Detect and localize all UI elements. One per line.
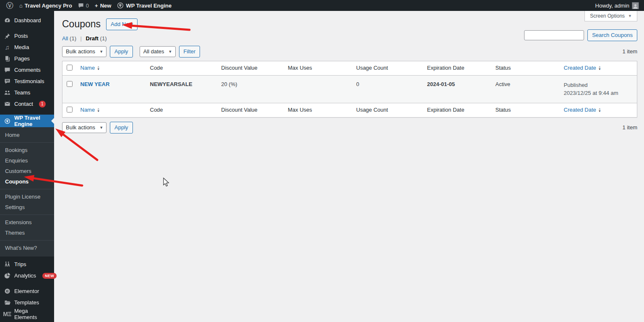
select-all-checkbox[interactable] xyxy=(67,107,73,113)
sidebar-item-comments[interactable]: Comments xyxy=(0,64,54,76)
sort-arrows-icon: ▲▼ xyxy=(97,65,100,71)
site-name: Travel Agency Pro xyxy=(25,3,72,9)
submenu-separator xyxy=(0,215,54,215)
submenu-item-enquiries[interactable]: Enquiries xyxy=(0,155,54,166)
table-footer-row: Name▲▼ Code Discount Value Max Uses Usag… xyxy=(62,103,637,117)
screen-options-label: Screen Options xyxy=(590,13,625,19)
pie-chart-icon xyxy=(4,272,10,279)
sidebar-item-posts[interactable]: Posts xyxy=(0,30,54,42)
submenu-item-extensions[interactable]: Extensions xyxy=(0,217,54,228)
sidebar-item-label: Comments xyxy=(14,67,41,73)
published-datetime: 2023/12/25 at 9:44 am xyxy=(564,89,633,97)
folder-icon xyxy=(4,299,10,306)
sidebar-item-media[interactable]: ♫ Media xyxy=(0,42,54,53)
site-name-menu[interactable]: ⌂ Travel Agency Pro xyxy=(16,0,75,11)
submenu-separator xyxy=(0,142,54,143)
column-header-usage-count: Usage Count xyxy=(352,103,423,117)
view-draft-link[interactable]: Draft xyxy=(86,35,99,42)
submenu-separator xyxy=(0,189,54,189)
coupons-table: Name▲▼ Code Discount Value Max Uses Usag… xyxy=(62,61,637,118)
apply-button[interactable]: Apply xyxy=(110,46,133,58)
filter-button[interactable]: Filter xyxy=(179,46,200,58)
submenu-item-coupons[interactable]: Coupons xyxy=(0,176,54,187)
sidebar-item-testimonials[interactable]: Testimonials xyxy=(0,76,54,87)
column-header-created-date[interactable]: Created Date xyxy=(564,107,596,113)
sidebar-item-mega-elements[interactable]: MΞ Mega Elements xyxy=(0,308,54,319)
sidebar-item-label: Teams xyxy=(14,89,30,96)
column-header-name[interactable]: Name xyxy=(80,65,95,71)
column-header-status: Status xyxy=(491,61,560,75)
sort-arrows-icon: ▲▼ xyxy=(598,65,601,71)
tablenav-top: Bulk actions ▼ Apply All dates ▼ Filter … xyxy=(62,45,637,58)
view-draft-count: (1) xyxy=(100,35,107,42)
search-coupons-button[interactable]: Search Coupons xyxy=(587,29,637,41)
page-title: Coupons xyxy=(62,18,101,31)
person-icon xyxy=(633,3,638,9)
avatar[interactable] xyxy=(632,2,639,9)
bulk-actions-select-bottom[interactable]: Bulk actions ▼ xyxy=(62,122,106,133)
screen-options-tab[interactable]: Screen Options ▼ xyxy=(584,11,637,21)
sidebar-item-contact[interactable]: Contact 1 xyxy=(0,98,54,110)
coupon-name-link[interactable]: NEW YEAR xyxy=(80,81,110,87)
column-header-created-date[interactable]: Created Date xyxy=(564,65,596,71)
chevron-down-icon: ▼ xyxy=(628,14,632,18)
wpte-adminbar-menu[interactable]: WP Travel Engine xyxy=(114,0,174,11)
wp-logo-menu[interactable]: Ⓥ xyxy=(3,0,16,11)
bulk-actions-select[interactable]: Bulk actions ▼ xyxy=(62,46,106,57)
envelope-icon xyxy=(4,101,10,107)
home-icon: ⌂ xyxy=(19,3,23,9)
view-all-link[interactable]: All xyxy=(62,35,68,42)
coupon-usage-count: 0 xyxy=(352,75,423,103)
view-divider: | xyxy=(80,35,82,42)
submenu-item-whats-new[interactable]: What's New? xyxy=(0,243,54,253)
table-row: NEW YEAR NEWYEARSALE 20 (%) 0 2024-01-05… xyxy=(62,75,637,103)
column-header-max-uses: Max Uses xyxy=(284,61,352,75)
submenu-item-bookings[interactable]: Bookings xyxy=(0,145,54,155)
submenu-item-plugin-license[interactable]: Plugin License xyxy=(0,191,54,202)
wpte-adminbar-label: WP Travel Engine xyxy=(126,3,171,9)
column-header-expiration-date: Expiration Date xyxy=(423,61,491,75)
apply-button-bottom[interactable]: Apply xyxy=(110,122,133,134)
bulk-actions-label: Bulk actions xyxy=(66,48,95,55)
sidebar-item-label: WP Travel Engine xyxy=(14,115,50,127)
howdy-admin[interactable]: Howdy, admin xyxy=(595,3,629,9)
contact-count-badge: 1 xyxy=(39,101,46,107)
coupon-max-uses xyxy=(284,75,352,103)
sidebar-item-templates[interactable]: Templates xyxy=(0,297,54,308)
date-filter-select[interactable]: All dates ▼ xyxy=(140,46,176,57)
sidebar-item-label: Contact xyxy=(14,101,33,107)
comments-menu[interactable]: 0 xyxy=(75,0,92,11)
elementor-logo-icon xyxy=(4,288,10,295)
wp-travel-engine-logo-icon xyxy=(4,118,10,124)
pages-icon xyxy=(4,55,10,62)
sidebar-item-analytics[interactable]: Analytics NEW xyxy=(0,270,54,281)
sidebar-item-teams[interactable]: Teams xyxy=(0,87,54,98)
submenu-item-customers[interactable]: Customers xyxy=(0,166,54,176)
sidebar-item-label: Pages xyxy=(14,55,30,62)
people-icon xyxy=(4,89,10,96)
search-input[interactable] xyxy=(524,30,584,40)
submenu-item-home[interactable]: Home xyxy=(0,130,54,140)
column-header-code: Code xyxy=(146,61,217,75)
sidebar-item-trips[interactable]: Trips xyxy=(0,259,54,270)
all-dates-label: All dates xyxy=(143,48,164,55)
sidebar-item-wp-travel-engine[interactable]: WP Travel Engine xyxy=(0,115,54,127)
select-all-checkbox[interactable] xyxy=(67,65,73,71)
new-menu[interactable]: + New xyxy=(92,0,114,11)
submenu-item-themes[interactable]: Themes xyxy=(0,228,54,238)
column-header-discount-value: Discount Value xyxy=(217,103,284,117)
chevron-down-icon: ▼ xyxy=(99,123,103,133)
sidebar-item-label: Posts xyxy=(14,33,28,39)
submenu-item-settings[interactable]: Settings xyxy=(0,202,54,212)
column-header-name[interactable]: Name xyxy=(80,107,95,113)
sidebar-item-pages[interactable]: Pages xyxy=(0,53,54,64)
add-new-button[interactable]: Add New xyxy=(106,18,138,30)
analytics-new-badge: NEW xyxy=(42,273,57,279)
hikers-icon xyxy=(4,261,10,268)
pushpin-icon xyxy=(4,33,10,39)
sidebar-item-label: Media xyxy=(14,44,29,50)
row-checkbox[interactable] xyxy=(67,81,73,87)
testimonial-bubble-icon xyxy=(4,78,10,85)
sidebar-item-dashboard[interactable]: Dashboard xyxy=(0,15,54,26)
sidebar-item-elementor[interactable]: Elementor xyxy=(0,285,54,297)
